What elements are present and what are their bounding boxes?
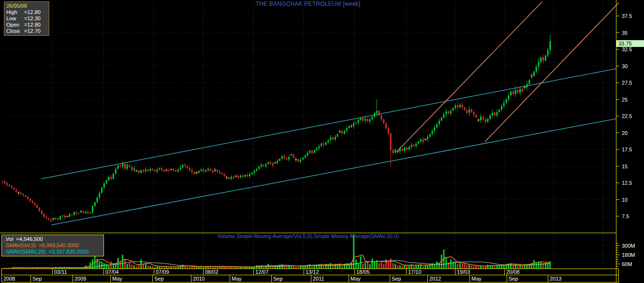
volume-tick-label: 60M <box>622 261 632 267</box>
timeline-date-label: 12/07 <box>255 269 269 275</box>
ohlc-close-label: Close <box>6 28 24 34</box>
timeline-period-label: Sep <box>154 276 164 282</box>
price-tick-label: 7.5 <box>622 213 629 219</box>
ohlc-low-value: =12.30 <box>24 15 41 21</box>
timeline-period-label: May <box>232 276 242 282</box>
volume-info-smav5-value: =6,968,540.0000 <box>39 242 79 248</box>
ohlc-high-label: High <box>6 9 24 15</box>
price-tick-label: 30 <box>622 63 628 69</box>
timeline-date-label: 18/05 <box>356 269 370 275</box>
timeline-period-label: May <box>471 276 482 282</box>
last-price-tag: 33.75 <box>616 40 644 47</box>
price-tick-label: 20 <box>622 130 628 136</box>
ohlc-date: 26/05/08 <box>6 3 47 9</box>
price-tick-label: 12.5 <box>622 180 632 186</box>
volume-info-vol-label: .Vol <box>4 236 13 242</box>
timeline: 03/1107/0407/0908/0212/0713/1218/0517/10… <box>1 269 619 283</box>
timeline-period-label: Sep <box>509 276 518 282</box>
trendline-channel-resistance[interactable] <box>41 69 616 179</box>
candles-layer <box>2 35 551 222</box>
volume-info-vol: .Vol=4,546,500 <box>4 236 101 242</box>
trendline-accel-support[interactable] <box>398 2 542 150</box>
volume-info-smav5-label: .SMAV(Vol,5) <box>4 242 36 248</box>
grid-layer <box>1 1 616 268</box>
trendline-channel-support[interactable] <box>51 119 616 225</box>
price-tick-label: 15 <box>622 164 628 169</box>
volume-info-box[interactable]: .Vol=4,546,500 .SMAV(Vol,5)=6,968,540.00… <box>1 235 104 256</box>
ohlc-close-value: =12.70 <box>24 28 41 34</box>
timeline-date-label: 03/11 <box>54 269 67 275</box>
price-tick-label: 27.5 <box>622 80 632 86</box>
price-tick-label: 35 <box>622 30 628 36</box>
timeline-period-label: Sep <box>273 276 283 282</box>
timeline-period-label: 2013 <box>550 276 561 282</box>
volume-info-smav5: .SMAV(Vol,5)=6,968,540.0000 <box>4 242 101 249</box>
timeline-period-label: 2008 <box>3 276 15 282</box>
price-tick-label: 25 <box>622 97 628 103</box>
ohlc-high-row: High=12.80 <box>6 9 47 15</box>
ohlc-info-box[interactable]: 26/05/08 High=12.80 Low=12.30 Open=12.80… <box>4 1 49 36</box>
ohlc-open-row: Open=12.80 <box>6 22 47 28</box>
ohlc-open-label: Open <box>6 22 24 28</box>
timeline-date-label: 07/04 <box>105 269 119 275</box>
timeline-date-label: 13/12 <box>306 269 319 275</box>
timeline-period-label: 2009 <box>74 276 86 282</box>
timeline-period-label: May <box>351 276 361 282</box>
timeline-date-label: 17/10 <box>408 269 422 275</box>
price-tick-label: 10 <box>622 197 628 203</box>
volume-info-smav20-label: .SMAV(SMAV,20) <box>4 249 45 254</box>
timeline-date-label: 08/02 <box>205 269 219 275</box>
price-tick-label: 37.5 <box>622 13 632 19</box>
timeline-date-label: 20/08 <box>506 269 520 275</box>
ohlc-high-value: =12.80 <box>24 9 41 15</box>
ohlc-low-row: Low=12.30 <box>6 15 47 22</box>
timeline-period-label: Sep <box>392 276 401 282</box>
timeline-period-label: Sep <box>32 276 42 282</box>
chart-window: 37.53532.53027.52522.52017.51512.5107.53… <box>0 0 644 283</box>
ohlc-low-label: Low <box>6 15 24 22</box>
price-tick-label: 22.5 <box>622 113 632 119</box>
timeline-date-label: 19/03 <box>457 269 470 275</box>
volume-tick-label: 180M <box>622 252 635 258</box>
volume-info-smav20: .SMAV(SMAV,20)=3,337,835.0000 <box>4 249 101 255</box>
price-tick-label: 32.5 <box>622 46 632 52</box>
trendlines-layer <box>41 2 619 225</box>
chart-title: THE BANGCHAK PETROLEUM [week] <box>0 0 616 7</box>
timeline-period-label: 2011 <box>313 276 324 282</box>
timeline-period-label: 2012 <box>429 276 441 282</box>
price-tick-label: 17.5 <box>622 147 632 152</box>
volume-info-smav20-value: =3,337,835.0000 <box>48 249 88 254</box>
timeline-date-label: 07/09 <box>156 269 169 275</box>
timeline-period-label: May <box>112 276 122 282</box>
ohlc-open-value: =12.80 <box>24 22 41 28</box>
ohlc-close-row: Close=12.70 <box>6 28 47 34</box>
timeline-period-label: 2010 <box>193 276 205 282</box>
volume-tick-label: 300M <box>622 243 635 249</box>
volume-info-vol-value: =4,546,500 <box>16 236 43 242</box>
